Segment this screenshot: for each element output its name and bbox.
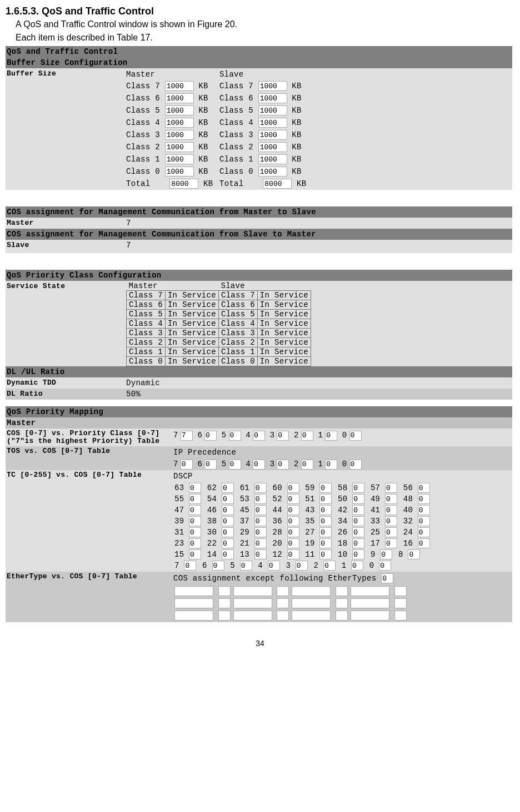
dscp-input-42[interactable]: [352, 505, 364, 515]
dscp-input-16[interactable]: [418, 538, 430, 548]
ethertype-hex-2-1[interactable]: [233, 611, 272, 621]
tos-cos-input-5[interactable]: [229, 460, 241, 470]
dscp-input-2[interactable]: [323, 561, 336, 571]
dscp-input-33[interactable]: [385, 516, 397, 526]
dscp-input-13[interactable]: [254, 549, 267, 559]
buffer-master-class-3[interactable]: [165, 130, 194, 140]
dscp-input-59[interactable]: [319, 483, 332, 493]
buffer-master-class-6[interactable]: [165, 93, 194, 103]
ethertype-cos-0-0[interactable]: [218, 586, 231, 596]
dscp-input-9[interactable]: [380, 549, 392, 559]
ethertype-cos-1-1[interactable]: [277, 598, 289, 608]
dscp-input-47[interactable]: [189, 505, 201, 515]
dscp-input-55[interactable]: [189, 494, 201, 504]
ethertype-hex-2-0[interactable]: [174, 611, 213, 621]
dscp-input-26[interactable]: [352, 527, 364, 537]
dscp-input-0[interactable]: [379, 561, 391, 571]
dscp-input-46[interactable]: [222, 505, 234, 515]
cos-prio-input-7[interactable]: [181, 431, 193, 441]
dscp-input-11[interactable]: [319, 549, 332, 559]
tos-cos-input-7[interactable]: [181, 460, 193, 470]
dscp-input-22[interactable]: [222, 538, 234, 548]
cos-prio-input-2[interactable]: [301, 431, 313, 441]
ethertype-cos-0-1[interactable]: [277, 586, 289, 596]
cos-prio-input-0[interactable]: [349, 431, 362, 441]
dscp-input-41[interactable]: [385, 505, 397, 515]
buffer-master-class-0[interactable]: [165, 167, 194, 176]
buffer-master-class-2[interactable]: [165, 142, 194, 152]
ethertype-hex-1-2[interactable]: [292, 598, 331, 608]
dscp-input-17[interactable]: [385, 538, 397, 548]
ethertype-cos-1-2[interactable]: [336, 598, 348, 608]
cos-prio-input-4[interactable]: [253, 431, 265, 441]
dscp-input-8[interactable]: [408, 549, 420, 559]
cos-prio-input-5[interactable]: [229, 431, 241, 441]
dscp-input-24[interactable]: [418, 527, 430, 537]
buffer-master-class-7[interactable]: [165, 81, 194, 91]
ethertype-hex-0-1[interactable]: [233, 586, 272, 596]
dscp-input-3[interactable]: [296, 561, 308, 571]
dscp-input-48[interactable]: [418, 494, 430, 504]
dscp-input-54[interactable]: [222, 494, 234, 504]
dscp-input-23[interactable]: [189, 538, 201, 548]
dscp-input-29[interactable]: [254, 527, 267, 537]
dscp-input-44[interactable]: [287, 505, 299, 515]
dscp-input-37[interactable]: [254, 516, 267, 526]
dscp-input-52[interactable]: [287, 494, 299, 504]
dscp-input-12[interactable]: [287, 549, 299, 559]
dscp-input-5[interactable]: [240, 561, 252, 571]
buffer-slave-class-0[interactable]: [258, 167, 287, 176]
ethertype-cos-0-2[interactable]: [336, 586, 348, 596]
cos-prio-input-1[interactable]: [325, 431, 337, 441]
dscp-input-20[interactable]: [287, 538, 299, 548]
dscp-input-56[interactable]: [418, 483, 430, 493]
dscp-input-38[interactable]: [222, 516, 234, 526]
dscp-input-60[interactable]: [287, 483, 299, 493]
dscp-input-6[interactable]: [212, 561, 224, 571]
ethertype-hex-2-2[interactable]: [292, 611, 331, 621]
dscp-input-36[interactable]: [287, 516, 299, 526]
ethertype-hex-0-0[interactable]: [174, 586, 213, 596]
ethertype-cos-1-3[interactable]: [394, 598, 407, 608]
buffer-slave-class-7[interactable]: [258, 81, 287, 91]
dscp-input-28[interactable]: [287, 527, 299, 537]
tos-cos-input-3[interactable]: [277, 460, 289, 470]
dscp-input-62[interactable]: [222, 483, 234, 493]
buffer-slave-class-1[interactable]: [258, 154, 287, 164]
dscp-input-32[interactable]: [418, 516, 430, 526]
dscp-input-40[interactable]: [418, 505, 430, 515]
dscp-input-43[interactable]: [319, 505, 332, 515]
buffer-slave-class-2[interactable]: [258, 142, 287, 152]
dscp-input-61[interactable]: [254, 483, 267, 493]
ethertype-cos-2-3[interactable]: [394, 611, 407, 621]
dscp-input-15[interactable]: [189, 549, 201, 559]
buffer-slave-class-5[interactable]: [258, 105, 287, 115]
buffer-slave-class-6[interactable]: [258, 93, 287, 103]
dscp-input-21[interactable]: [254, 538, 267, 548]
ethertype-hex-0-3[interactable]: [351, 586, 389, 596]
ethertype-cos-2-1[interactable]: [277, 611, 289, 621]
dscp-input-58[interactable]: [352, 483, 364, 493]
buffer-slave-class-4[interactable]: [258, 118, 287, 128]
dscp-input-10[interactable]: [352, 549, 364, 559]
dscp-input-49[interactable]: [385, 494, 397, 504]
dscp-input-39[interactable]: [189, 516, 201, 526]
dscp-input-14[interactable]: [222, 549, 234, 559]
dscp-input-1[interactable]: [351, 561, 363, 571]
dscp-input-27[interactable]: [319, 527, 332, 537]
dscp-input-19[interactable]: [319, 538, 332, 548]
cos-prio-input-6[interactable]: [204, 431, 217, 441]
dscp-input-25[interactable]: [385, 527, 397, 537]
ethertype-cos-2-0[interactable]: [218, 611, 231, 621]
dscp-input-4[interactable]: [268, 561, 280, 571]
dscp-input-57[interactable]: [385, 483, 397, 493]
ethertype-default-value[interactable]: [381, 573, 393, 583]
dscp-input-63[interactable]: [189, 483, 201, 493]
dscp-input-30[interactable]: [222, 527, 234, 537]
dscp-input-31[interactable]: [189, 527, 201, 537]
dscp-input-51[interactable]: [319, 494, 332, 504]
buffer-slave-class-3[interactable]: [258, 130, 287, 140]
ethertype-hex-1-1[interactable]: [233, 598, 272, 608]
ethertype-hex-2-3[interactable]: [351, 611, 389, 621]
cos-prio-input-3[interactable]: [277, 431, 289, 441]
